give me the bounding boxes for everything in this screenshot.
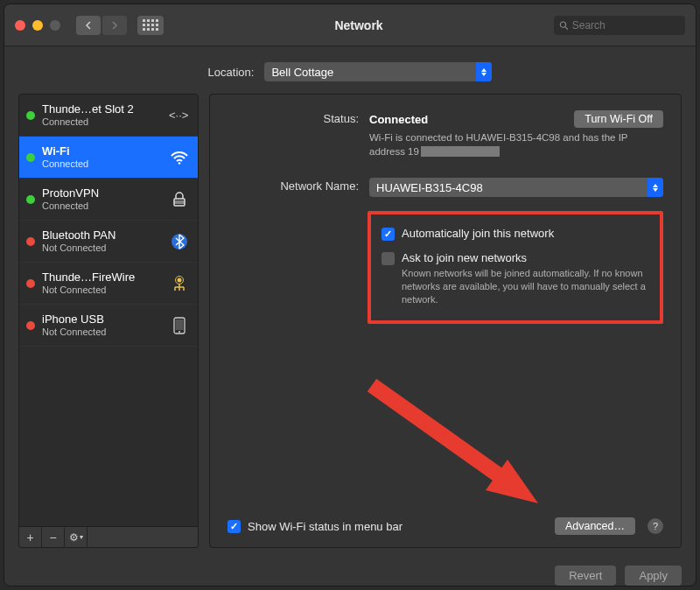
status-dot-icon [26,195,35,204]
zoom-window-button [50,20,60,31]
svg-rect-16 [176,320,184,330]
sidebar-item-thunderbolt-slot[interactable]: Thunde…et Slot 2 Connected <··> [19,95,198,137]
show-menubar-label: Show Wi-Fi status in menu bar [248,520,402,533]
thunderbolt-bridge-icon: <··> [168,108,191,123]
remove-interface-button[interactable]: − [42,527,65,547]
lock-icon [168,192,191,207]
main-panel: Status: Connected Turn Wi-Fi Off Wi-Fi i… [209,94,682,548]
show-all-button[interactable] [137,16,164,35]
close-window-button[interactable] [15,20,25,31]
ask-join-label: Ask to join new networks [402,251,649,264]
select-stepper-icon [476,62,492,81]
sidebar-item-bluetooth-pan[interactable]: Bluetooth PAN Not Connected [19,221,198,263]
gear-icon: ⚙︎ [69,531,79,544]
interface-name: ProtonVPN [42,187,161,200]
interface-status: Connected [42,200,161,212]
sidebar-item-protonvpn[interactable]: ProtonVPN Connected [19,179,198,221]
footer-buttons: Revert Apply [4,557,696,586]
traffic-lights [15,20,60,31]
network-name-select[interactable]: HUAWEI-B315-4C98 [369,178,663,197]
interface-name: Thunde…FireWire [42,271,161,284]
firewire-icon [168,275,191,292]
add-interface-button[interactable]: + [19,527,42,547]
status-dot-icon [26,279,35,288]
status-dot-icon [26,321,35,330]
back-button[interactable] [76,16,101,35]
apply-button[interactable]: Apply [625,565,682,586]
search-input[interactable] [572,19,680,32]
status-description: Wi-Fi is connected to HUAWEI-B315-4C98 a… [369,131,663,158]
network-name-label: Network Name: [228,178,359,193]
svg-point-0 [560,21,565,26]
interface-list[interactable]: Thunde…et Slot 2 Connected <··> Wi-Fi Co… [18,94,199,527]
sidebar-item-firewire[interactable]: Thunde…FireWire Not Connected [19,263,198,305]
svg-point-3 [178,162,181,165]
window-title: Network [171,18,547,32]
sidebar-footer: + − ⚙︎▾ [18,527,199,548]
annotation-highlight-box: Automatically join this network Ask to j… [368,211,663,324]
forward-button [102,16,127,35]
interface-status: Connected [42,116,161,128]
titlebar: Network [4,4,696,46]
show-menubar-checkbox[interactable] [228,520,241,533]
interface-sidebar: Thunde…et Slot 2 Connected <··> Wi-Fi Co… [18,94,199,548]
svg-rect-4 [174,199,185,206]
svg-text:<··>: <··> [169,109,188,122]
location-row: Location: Bell Cottage [4,46,696,94]
content: Thunde…et Slot 2 Connected <··> Wi-Fi Co… [4,94,696,557]
ask-join-description: Known networks will be joined automatica… [402,267,649,306]
ask-join-checkbox[interactable] [382,252,395,265]
minimize-window-button[interactable] [32,20,43,31]
redacted-ip [421,146,500,157]
wifi-icon [168,150,191,165]
phone-icon [168,317,191,334]
help-button[interactable]: ? [648,518,663,534]
location-select[interactable]: Bell Cottage [264,62,492,81]
status-value: Connected [369,113,428,126]
network-name-value: HUAWEI-B315-4C98 [376,181,483,194]
auto-join-checkbox[interactable] [382,228,395,241]
status-label: Status: [228,110,359,125]
status-dot-icon [26,153,35,162]
auto-join-label: Automatically join this network [402,227,554,240]
interface-name: Thunde…et Slot 2 [42,103,161,116]
status-dot-icon [26,237,35,246]
preferences-window: Network Location: Bell Cottage Thunde…et… [4,4,696,586]
select-stepper-icon [648,178,663,197]
turn-wifi-off-button[interactable]: Turn Wi-Fi Off [574,110,663,128]
search-icon [559,20,569,31]
interface-status: Not Connected [42,284,161,296]
search-field[interactable] [554,16,685,35]
interface-name: iPhone USB [42,313,161,327]
revert-button[interactable]: Revert [555,565,616,586]
svg-point-8 [178,277,182,282]
nav-buttons [76,16,127,35]
interface-name: Bluetooth PAN [42,229,161,242]
sidebar-item-iphone-usb[interactable]: iPhone USB Not Connected [19,305,198,347]
interface-status: Not Connected [42,242,161,254]
interface-status: Not Connected [42,327,161,338]
advanced-button[interactable]: Advanced… [555,517,635,535]
interface-status: Connected [42,158,161,170]
interface-actions-button[interactable]: ⚙︎▾ [65,527,88,547]
bluetooth-icon [168,233,191,250]
status-dot-icon [26,111,35,120]
svg-point-17 [178,331,180,333]
svg-line-1 [565,26,568,29]
interface-name: Wi-Fi [42,145,161,158]
location-label: Location: [208,66,255,79]
sidebar-item-wifi[interactable]: Wi-Fi Connected [19,137,198,179]
location-value: Bell Cottage [271,66,333,79]
